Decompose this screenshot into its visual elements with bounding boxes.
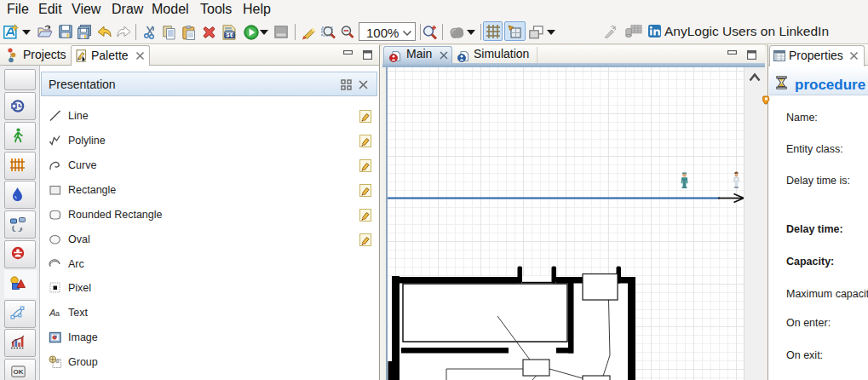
svg-text:a: a <box>55 309 60 318</box>
svg-text:010: 010 <box>224 32 236 39</box>
svg-text:OK: OK <box>14 368 24 376</box>
